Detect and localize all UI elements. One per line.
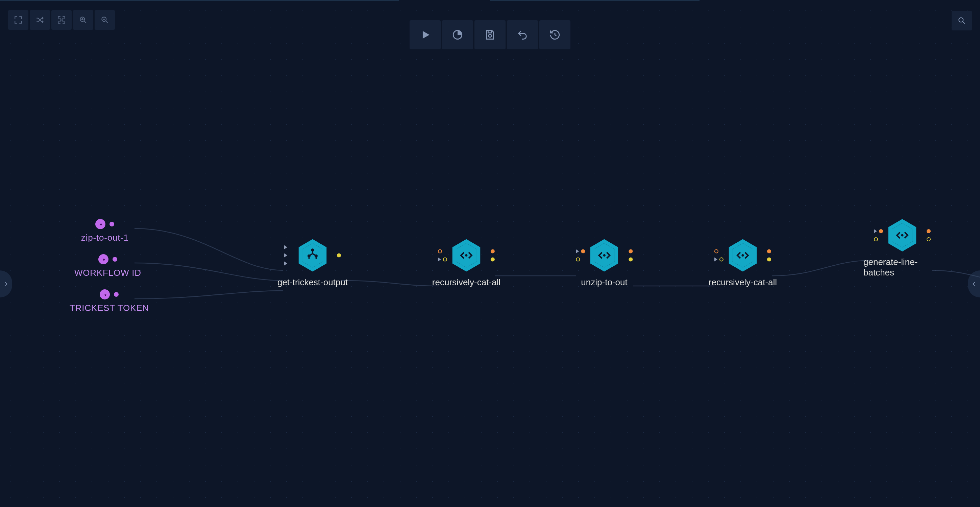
save-button[interactable] <box>474 20 506 49</box>
fullscreen-icon <box>14 16 23 24</box>
svg-point-8 <box>465 254 467 257</box>
param-label: WORKFLOW ID <box>74 268 141 278</box>
hex-icon <box>296 239 329 272</box>
param-trickest-token[interactable]: TRICKEST TOKEN <box>70 289 149 313</box>
undo-button[interactable] <box>507 20 538 49</box>
svg-point-6 <box>308 255 310 257</box>
param-icon <box>95 219 105 229</box>
node-recursively-cat-all[interactable]: recursively-cat-all <box>432 239 501 288</box>
input-port[interactable] <box>284 246 287 249</box>
input-port[interactable] <box>714 249 724 254</box>
input-port[interactable] <box>576 258 585 261</box>
workflow-canvas[interactable]: zip-to-out-1 WORKFLOW ID TRICKEST TOKEN … <box>0 0 980 507</box>
input-port[interactable] <box>874 237 883 241</box>
search-icon <box>957 16 966 25</box>
param-label: TRICKEST TOKEN <box>70 303 149 313</box>
node-recursively-cat-all[interactable]: recursively-cat-all <box>709 239 777 288</box>
node-label: get-trickest-output <box>277 277 348 288</box>
input-port[interactable] <box>874 229 883 233</box>
output-port[interactable] <box>337 254 341 258</box>
toolbar-search <box>951 11 972 30</box>
zoom-in-button[interactable] <box>73 10 93 30</box>
input-port[interactable] <box>714 258 724 261</box>
toolbar-run <box>410 20 570 49</box>
zoom-in-icon <box>79 16 88 24</box>
zoom-out-button[interactable] <box>95 10 115 30</box>
param-workflow-id[interactable]: WORKFLOW ID <box>74 254 141 278</box>
input-port[interactable] <box>284 254 287 258</box>
output-port[interactable] <box>110 222 114 226</box>
expand-icon <box>57 16 66 24</box>
param-zip-to-out-1[interactable]: zip-to-out-1 <box>81 219 129 243</box>
node-label: recursively-cat-all <box>432 277 501 288</box>
svg-point-7 <box>315 255 317 257</box>
param-icon <box>98 254 108 264</box>
output-port[interactable] <box>628 249 633 254</box>
svg-point-11 <box>901 234 904 237</box>
svg-point-5 <box>312 249 313 251</box>
play-icon <box>419 29 431 41</box>
hex-icon <box>727 239 759 272</box>
hex-icon <box>588 239 620 272</box>
output-port[interactable] <box>113 257 117 261</box>
input-port[interactable] <box>284 261 287 266</box>
node-label: unzip-to-out <box>581 277 627 288</box>
param-label: zip-to-out-1 <box>81 233 129 243</box>
output-port[interactable] <box>491 249 495 254</box>
schedule-button[interactable] <box>442 20 473 49</box>
zoom-out-icon <box>100 16 109 24</box>
node-label: recursively-cat-all <box>709 277 777 288</box>
output-port[interactable] <box>767 249 771 254</box>
node-generate-line-batches[interactable]: generate-line-batches <box>864 218 941 278</box>
toolbar-canvas <box>8 10 115 30</box>
output-port[interactable] <box>628 258 633 261</box>
shuffle-icon <box>35 16 44 24</box>
svg-point-10 <box>741 254 744 257</box>
fit-view-button[interactable] <box>51 10 72 30</box>
param-icon <box>100 289 110 300</box>
input-port[interactable] <box>438 249 447 254</box>
input-port[interactable] <box>576 249 585 254</box>
run-button[interactable] <box>410 20 441 49</box>
output-port[interactable] <box>927 229 931 233</box>
svg-point-9 <box>603 254 606 257</box>
fullscreen-button[interactable] <box>8 10 29 30</box>
output-port[interactable] <box>927 237 931 241</box>
save-icon <box>484 29 496 41</box>
node-get-trickest-output[interactable]: get-trickest-output <box>277 239 348 288</box>
hex-icon <box>450 239 482 272</box>
svg-point-3 <box>488 35 492 38</box>
hex-icon <box>886 219 918 252</box>
output-port[interactable] <box>767 258 771 261</box>
node-label: generate-line-batches <box>864 257 941 278</box>
svg-point-4 <box>959 18 963 22</box>
history-button[interactable] <box>539 20 570 49</box>
node-unzip-to-out[interactable]: unzip-to-out <box>581 239 627 288</box>
search-button[interactable] <box>951 11 972 30</box>
output-port[interactable] <box>114 292 119 297</box>
undo-icon <box>517 29 528 41</box>
shuffle-button[interactable] <box>30 10 50 30</box>
clock-partial-icon <box>452 29 463 41</box>
history-icon <box>549 29 561 41</box>
output-port[interactable] <box>491 258 495 261</box>
input-port[interactable] <box>438 258 447 261</box>
